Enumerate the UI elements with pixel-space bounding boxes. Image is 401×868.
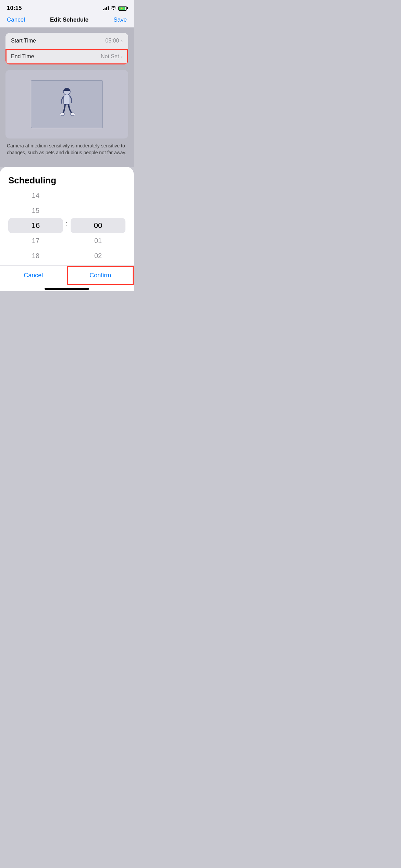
hour-14[interactable]: 14: [8, 191, 63, 203]
nav-bar: Cancel Edit Schedule Save: [0, 14, 134, 27]
nav-save-button[interactable]: Save: [113, 16, 127, 23]
svg-rect-1: [64, 95, 70, 105]
person-figure: [55, 85, 79, 123]
time-picker[interactable]: 14 15 16 17 18 : 00 01 02: [0, 191, 134, 260]
page-title: Edit Schedule: [50, 16, 88, 23]
bottom-sheet: Scheduling 14 15 16 17 18 : 00 01 02 Can…: [0, 167, 134, 291]
minute-00-selected[interactable]: 00: [71, 218, 125, 233]
hour-17[interactable]: 17: [8, 233, 63, 248]
hour-16-selected[interactable]: 16: [8, 218, 63, 233]
sheet-title: Scheduling: [0, 175, 134, 191]
start-time-value: 05:00 ›: [105, 38, 123, 44]
battery-icon: ⚡: [118, 6, 127, 11]
end-time-chevron: ›: [121, 54, 123, 59]
start-time-row[interactable]: Start Time 05:00 ›: [5, 33, 128, 49]
end-time-label: End Time: [11, 53, 34, 60]
start-time-chevron: ›: [121, 38, 123, 44]
sheet-cancel-button[interactable]: Cancel: [0, 266, 67, 285]
time-separator: :: [63, 219, 71, 228]
minute-spacer-top1: [71, 191, 125, 203]
status-time: 10:15: [7, 5, 22, 12]
settings-card: Start Time 05:00 › End Time Not Set ›: [5, 33, 128, 64]
home-bar: [45, 288, 89, 290]
home-indicator: [0, 285, 134, 291]
svg-point-2: [60, 113, 65, 116]
wifi-icon: [111, 6, 116, 11]
hour-picker-column[interactable]: 14 15 16 17 18: [8, 191, 63, 260]
minute-spacer-top2: [71, 203, 125, 218]
hour-18[interactable]: 18: [8, 248, 63, 260]
signal-icon: [103, 6, 109, 10]
preview-inner: [31, 80, 103, 128]
minute-02[interactable]: 02: [71, 248, 125, 260]
sheet-buttons: Cancel Confirm: [0, 265, 134, 285]
minute-picker-column[interactable]: 00 01 02: [71, 191, 125, 260]
end-time-value: Not Set ›: [101, 53, 123, 60]
hour-15[interactable]: 15: [8, 203, 63, 218]
status-icons: ⚡: [103, 6, 127, 11]
description-text: Camera at medium sensitivity is moderate…: [5, 143, 128, 161]
main-content: Start Time 05:00 › End Time Not Set ›: [0, 27, 134, 167]
status-bar: 10:15 ⚡: [0, 0, 134, 14]
end-time-row[interactable]: End Time Not Set ›: [5, 49, 128, 64]
nav-cancel-button[interactable]: Cancel: [7, 16, 25, 23]
start-time-label: Start Time: [11, 38, 36, 44]
svg-point-3: [70, 113, 75, 116]
minute-01[interactable]: 01: [71, 233, 125, 248]
sheet-confirm-button[interactable]: Confirm: [67, 266, 134, 285]
preview-area: [5, 70, 128, 138]
